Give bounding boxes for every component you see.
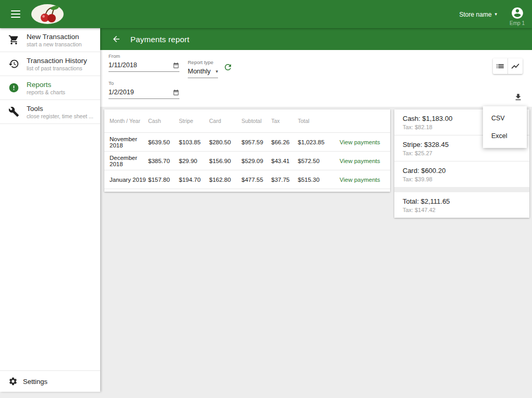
- page-header: Payments report: [100, 28, 532, 50]
- topbar-right-cluster: Store name ▾ Emp 1: [460, 3, 525, 26]
- summary-tax: Tax: $39.98: [403, 176, 521, 182]
- back-arrow-icon[interactable]: [112, 34, 121, 44]
- sidebar-item-text: New Transaction start a new transaction: [27, 33, 82, 47]
- sidebar: New Transaction start a new transaction …: [0, 28, 100, 392]
- table-row: January 2019 $157.80 $194.70 $162.80 $47…: [104, 170, 390, 189]
- employee-name: Emp 1: [510, 20, 525, 26]
- cell-total: $515.30: [298, 177, 340, 183]
- download-icon[interactable]: [514, 93, 523, 102]
- sidebar-item-text: Tools close register, time sheet ...: [27, 105, 93, 119]
- cell-stripe: $194.70: [179, 177, 209, 183]
- reports-icon: [8, 82, 19, 93]
- menu-item-csv[interactable]: CSV: [483, 109, 527, 127]
- from-label: From: [108, 53, 179, 59]
- summary-label: Total: $2,111.65: [403, 197, 521, 205]
- sidebar-item-reports[interactable]: Reports reports & charts: [0, 76, 100, 100]
- to-label: To: [108, 80, 179, 86]
- report-type-label: Report type: [188, 59, 218, 65]
- top-app-bar: Store name ▾ Emp 1: [0, 0, 532, 28]
- chevron-down-icon: ▾: [215, 69, 218, 74]
- sidebar-item-sublabel: list of past transactions: [27, 65, 87, 71]
- cell-tax: $37.75: [271, 177, 298, 183]
- column-header: Subtotal: [241, 118, 271, 124]
- cell-subtotal: $477.55: [241, 177, 271, 183]
- table-header-row: Month / Year Cash Stripe Card Subtotal T…: [104, 109, 390, 133]
- cell-tax: $66.26: [271, 139, 298, 145]
- report-type-select[interactable]: Monthly ▾: [188, 65, 218, 78]
- sidebar-item-sublabel: reports & charts: [27, 89, 65, 95]
- cell-stripe: $29.90: [179, 158, 209, 164]
- sidebar-item-text: Reports reports & charts: [27, 81, 65, 95]
- list-icon: [495, 61, 505, 71]
- wrench-icon: [8, 106, 19, 117]
- cell-cash: $639.50: [148, 139, 179, 145]
- from-date-field: From: [108, 53, 179, 72]
- settings-label: Settings: [23, 378, 47, 385]
- view-toggle-group: [493, 58, 523, 74]
- column-header: Tax: [271, 118, 298, 124]
- sidebar-item-settings[interactable]: Settings: [0, 370, 100, 392]
- summary-tax: Tax: $25.27: [403, 150, 521, 156]
- sidebar-item-new-transaction[interactable]: New Transaction start a new transaction: [0, 28, 100, 52]
- view-payments-link[interactable]: View payments: [340, 158, 390, 164]
- view-payments-link[interactable]: View payments: [340, 139, 390, 145]
- to-date-input[interactable]: [108, 89, 171, 96]
- table-row: November 2018 $639.50 $103.85 $280.50 $9…: [104, 133, 390, 152]
- summary-tax: Tax: $147.42: [403, 207, 521, 213]
- cell-tax: $43.41: [271, 158, 298, 164]
- sidebar-item-label: Transaction History: [27, 57, 87, 65]
- sidebar-item-label: Reports: [27, 81, 65, 89]
- summary-card-payments: Card: $600.20 Tax: $39.98: [394, 161, 529, 187]
- cell-cash: $157.80: [148, 177, 179, 183]
- export-menu: CSV Excel: [483, 106, 527, 148]
- menu-item-excel[interactable]: Excel: [483, 127, 527, 145]
- cell-card: $162.80: [209, 177, 241, 183]
- sidebar-item-tools[interactable]: Tools close register, time sheet ...: [0, 100, 100, 124]
- app-window: Store name ▾ Emp 1 New Transaction start…: [0, 0, 532, 398]
- store-name-dropdown[interactable]: Store name ▾: [460, 11, 498, 18]
- cell-card: $156.90: [209, 158, 241, 164]
- sidebar-item-transaction-history[interactable]: Transaction History list of past transac…: [0, 52, 100, 76]
- cell-total: $1,023.85: [298, 139, 340, 145]
- store-logo: [30, 4, 65, 24]
- cell-month: December 2018: [110, 155, 148, 167]
- cell-cash: $385.70: [148, 158, 179, 164]
- chevron-down-icon: ▾: [495, 12, 498, 17]
- cart-icon: [8, 34, 19, 45]
- column-header: Stripe: [179, 118, 209, 124]
- calendar-icon[interactable]: [173, 89, 179, 96]
- report-type-field: Report type Monthly ▾: [188, 59, 218, 78]
- cell-total: $572.50: [298, 158, 340, 164]
- cell-month: January 2019: [110, 177, 148, 183]
- chart-view-button[interactable]: [507, 58, 523, 74]
- sidebar-item-sublabel: close register, time sheet ...: [27, 113, 93, 119]
- payments-table: Month / Year Cash Stripe Card Subtotal T…: [104, 109, 390, 192]
- to-date-field: To: [108, 80, 179, 99]
- employee-menu[interactable]: Emp 1: [510, 6, 525, 26]
- gear-icon: [8, 377, 18, 386]
- column-header: Card: [209, 118, 241, 124]
- summary-total: Total: $2,111.65 Tax: $147.42: [394, 187, 529, 218]
- sidebar-item-text: Transaction History list of past transac…: [27, 57, 87, 71]
- store-name-label: Store name: [460, 11, 492, 18]
- sidebar-item-label: New Transaction: [27, 33, 82, 41]
- menu-icon[interactable]: [5, 4, 26, 24]
- cell-subtotal: $957.59: [241, 139, 271, 145]
- table-row: December 2018 $385.70 $29.90 $156.90 $52…: [104, 152, 390, 170]
- page-title: Payments report: [130, 35, 189, 44]
- cell-stripe: $103.85: [179, 139, 209, 145]
- view-payments-link[interactable]: View payments: [340, 177, 390, 183]
- cell-month: November 2018: [110, 136, 148, 148]
- account-circle-icon: [511, 6, 524, 20]
- report-type-value: Monthly: [188, 68, 211, 75]
- history-icon: [8, 58, 19, 69]
- sidebar-item-label: Tools: [27, 105, 93, 113]
- refresh-icon[interactable]: [223, 63, 233, 72]
- list-view-button[interactable]: [493, 58, 507, 74]
- cell-card: $280.50: [209, 139, 241, 145]
- filters-bar: From Report type Monthly ▾ To: [100, 50, 532, 107]
- from-date-input[interactable]: [108, 61, 171, 69]
- column-header: Total: [298, 118, 340, 124]
- column-header: Month / Year: [110, 118, 148, 124]
- calendar-icon[interactable]: [173, 62, 179, 69]
